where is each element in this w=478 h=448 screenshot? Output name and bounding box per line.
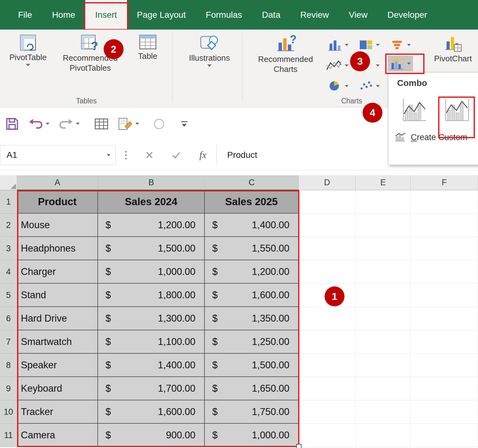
row-header[interactable]: 1 [0, 190, 17, 214]
clustered-column-line-secondary-axis-option[interactable] [443, 95, 471, 125]
pivotchart-button[interactable]: PivotChart [429, 34, 477, 64]
amount: 1,750.00 [252, 406, 289, 417]
cell-c1-sales2025-header[interactable]: Sales 2025 [205, 190, 299, 214]
currency-symbol: $ [212, 336, 218, 347]
tab-home[interactable]: Home [42, 0, 85, 30]
pivottable-button[interactable]: PivotTable [5, 34, 51, 66]
cancel-button[interactable] [136, 145, 163, 165]
cell-sales-2025[interactable]: $1,200.00 [205, 260, 299, 284]
formula-bar-handle[interactable] [125, 154, 127, 156]
cell-product[interactable]: Keyboard [17, 377, 98, 400]
combo-chart-button[interactable] [388, 56, 413, 71]
cell-sales-2025[interactable]: $1,600.00 [205, 284, 299, 307]
step-badge-1: 1 [325, 286, 344, 306]
pie-chart-button[interactable] [326, 78, 351, 94]
enter-button[interactable] [163, 145, 190, 165]
cell-sales-2025[interactable]: $1,650.00 [205, 377, 299, 400]
cell-sales-2024[interactable]: $1,200.00 [98, 214, 205, 237]
cell-sales-2025[interactable]: $1,250.00 [205, 330, 299, 354]
customize-qat-button[interactable] [180, 120, 189, 128]
undo-button[interactable] [28, 117, 49, 130]
cell-sales-2024[interactable]: $1,700.00 [98, 377, 205, 400]
row-header[interactable]: 7 [0, 330, 17, 354]
cell-sales-2024[interactable]: $1,000.00 [98, 260, 205, 284]
cell-sales-2025[interactable]: $1,550.00 [205, 237, 299, 260]
cell-product[interactable]: Charger [17, 260, 98, 284]
tab-developer[interactable]: Developer [377, 0, 437, 30]
tab-page-layout[interactable]: Page Layout [127, 0, 196, 30]
cell-sales-2024[interactable]: $900.00 [98, 424, 205, 447]
funnel-chart-button[interactable] [388, 37, 413, 53]
tab-data[interactable]: Data [252, 0, 290, 30]
edit-button[interactable] [118, 117, 139, 131]
column-chart-button[interactable] [326, 37, 351, 53]
fill-handle[interactable] [296, 444, 302, 448]
column-header-c[interactable]: C [205, 175, 299, 190]
cell-sales-2024[interactable]: $1,800.00 [98, 284, 205, 307]
cell-sales-2024[interactable]: $1,600.00 [98, 400, 205, 424]
save-button[interactable] [5, 117, 19, 131]
cell-sales-2024[interactable]: $1,500.00 [98, 237, 205, 260]
button-label: Illustrations [189, 53, 230, 63]
cell-b1-sales2024-header[interactable]: Sales 2024 [98, 190, 205, 214]
ribbon-tab-bar: File Home Insert Page Layout Formulas Da… [0, 0, 478, 30]
tab-insert[interactable]: Insert [85, 0, 127, 30]
table-row: 2 Mouse $1,200.00 $1,400.00 [0, 214, 299, 237]
row-header[interactable]: 11 [0, 424, 17, 447]
row-header[interactable]: 5 [0, 284, 17, 307]
row-header[interactable]: 3 [0, 237, 17, 260]
select-all-corner[interactable] [0, 175, 17, 190]
table-button[interactable]: Table [128, 34, 167, 61]
hierarchy-chart-button[interactable] [357, 37, 382, 53]
row-header[interactable]: 10 [0, 400, 17, 424]
cell-sales-2024[interactable]: $1,400.00 [98, 354, 205, 377]
cell-sales-2024[interactable]: $1,100.00 [98, 330, 205, 354]
tab-file[interactable]: File [8, 0, 42, 30]
cell-a1-product-header[interactable]: Product [17, 190, 98, 214]
cell-product[interactable]: Headphones [17, 237, 98, 260]
redo-button[interactable] [58, 117, 80, 130]
column-header-d[interactable]: D [299, 175, 356, 190]
row-header[interactable]: 2 [0, 214, 17, 237]
borders-button[interactable] [94, 117, 109, 130]
tab-view[interactable]: View [339, 0, 377, 30]
column-header-f[interactable]: F [411, 175, 478, 190]
scatter-chart-button[interactable] [357, 78, 382, 94]
cell-product[interactable]: Mouse [17, 214, 98, 237]
cell-sales-2024[interactable]: $1,300.00 [98, 307, 205, 330]
create-custom-combo-item[interactable]: Create Custom [395, 132, 478, 142]
row-header[interactable]: 8 [0, 354, 17, 377]
tab-formulas[interactable]: Formulas [196, 0, 252, 30]
clustered-column-line-option[interactable] [400, 95, 429, 125]
column-header-e[interactable]: E [356, 175, 411, 190]
cell-product[interactable]: Stand [17, 284, 98, 307]
cell-sales-2025[interactable]: $1,400.00 [205, 214, 299, 237]
cell-sales-2025[interactable]: $1,000.00 [205, 424, 299, 447]
cell-sales-2025[interactable]: $1,350.00 [205, 307, 299, 330]
row-header[interactable]: 6 [0, 307, 17, 330]
line-chart-button[interactable] [324, 58, 351, 73]
pivottable-icon [19, 34, 37, 51]
illustrations-button[interactable]: Illustrations [180, 34, 239, 67]
insert-function-button[interactable]: fx [190, 145, 216, 165]
column-header-b[interactable]: B [98, 175, 205, 190]
cell-product[interactable]: Speaker [17, 354, 98, 377]
cell-product[interactable]: Hard Drive [17, 307, 98, 330]
amount: 1,200.00 [252, 266, 289, 277]
cell-sales-2025[interactable]: $1,500.00 [205, 354, 299, 377]
amount: 1,350.00 [252, 313, 289, 324]
row-header[interactable]: 9 [0, 377, 17, 400]
currency-symbol: $ [105, 430, 111, 441]
empty-cells-area[interactable] [299, 190, 478, 447]
cell-product[interactable]: Tracker [17, 400, 98, 424]
name-box[interactable]: A1 [0, 145, 116, 165]
cell-product[interactable]: Smartwatch [17, 330, 98, 354]
in-progress-indicator[interactable] [153, 118, 165, 130]
column-header-a[interactable]: A [17, 175, 98, 190]
cell-product[interactable]: Camera [17, 424, 98, 447]
cell-sales-2025[interactable]: $1,750.00 [205, 400, 299, 424]
tab-review[interactable]: Review [290, 0, 339, 30]
row-header[interactable]: 4 [0, 260, 17, 284]
table-row: 5 Stand $1,800.00 $1,600.00 [0, 284, 299, 307]
recommended-charts-button[interactable]: ? RecommendedCharts [249, 34, 322, 74]
